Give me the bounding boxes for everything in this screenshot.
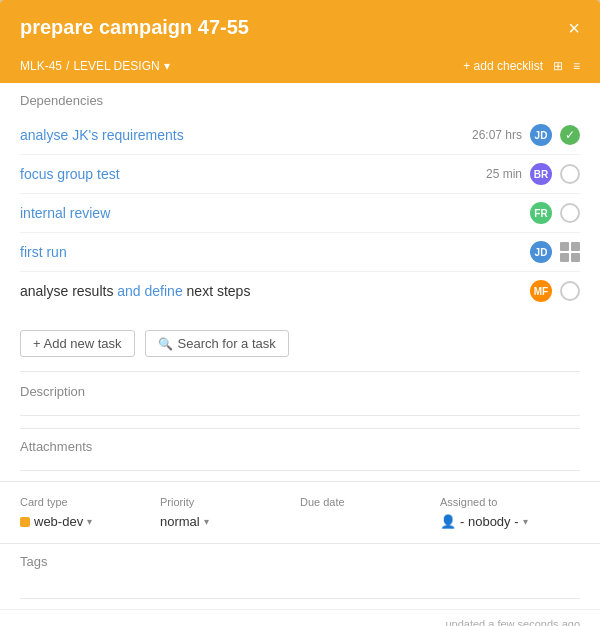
modal-title: prepare campaign 47-55 <box>20 16 249 39</box>
grid-icon-button[interactable]: ⊞ <box>553 59 563 73</box>
dependency-row: first run JD <box>20 233 580 272</box>
dep-time-2: 25 min <box>486 167 522 181</box>
due-date-col: Due date <box>300 496 440 529</box>
action-buttons: + Add new task 🔍 Search for a task <box>0 320 600 371</box>
dependency-row: analyse JK's requirements 26:07 hrs JD ✓ <box>20 116 580 155</box>
add-new-task-button[interactable]: + Add new task <box>20 330 135 357</box>
status-circle-3[interactable] <box>560 203 580 223</box>
card-type-chevron: ▾ <box>87 516 92 527</box>
description-label: Description <box>20 384 580 399</box>
dependency-row: internal review FR <box>20 194 580 233</box>
card-type-value: web-dev <box>34 514 83 529</box>
dep-name-5: analyse results and define next steps <box>20 283 250 299</box>
dep-link-4[interactable]: first run <box>20 244 67 260</box>
avatar-br-1: BR <box>530 163 552 185</box>
modal-body: Dependencies analyse JK's requirements 2… <box>0 83 600 626</box>
priority-col: Priority normal ▾ <box>160 496 300 529</box>
dependencies-label: Dependencies <box>20 93 580 108</box>
assigned-to-chevron: ▾ <box>523 516 528 527</box>
search-button-label: Search for a task <box>178 336 276 351</box>
dep-link-5[interactable]: and define <box>117 283 182 299</box>
meta-row: Card type web-dev ▾ Priority normal ▾ Du… <box>0 482 600 543</box>
priority-label: Priority <box>160 496 300 508</box>
priority-value: normal <box>160 514 200 529</box>
status-squares-icon[interactable] <box>560 242 580 262</box>
breadcrumb-project[interactable]: MLK-45 <box>20 59 62 73</box>
search-icon: 🔍 <box>158 337 173 351</box>
dependencies-section: Dependencies analyse JK's requirements 2… <box>0 83 600 320</box>
card-type-select[interactable]: web-dev ▾ <box>20 514 160 529</box>
footer: updated a few seconds ago <box>0 609 600 626</box>
tags-input[interactable] <box>20 575 580 599</box>
priority-select[interactable]: normal ▾ <box>160 514 300 529</box>
tags-label: Tags <box>20 554 580 569</box>
modal-header: prepare campaign 47-55 × <box>0 0 600 55</box>
priority-chevron: ▾ <box>204 516 209 527</box>
header-actions: + add checklist ⊞ ≡ <box>463 59 580 73</box>
breadcrumb: MLK-45 / LEVEL DESIGN ▾ <box>20 59 170 73</box>
dep-right-3: FR <box>522 202 580 224</box>
avatar-fr-1: FR <box>530 202 552 224</box>
close-button[interactable]: × <box>568 18 580 38</box>
dep-right-2: 25 min BR <box>486 163 580 185</box>
dep-right-1: 26:07 hrs JD ✓ <box>472 124 580 146</box>
person-icon: 👤 <box>440 514 456 529</box>
assigned-to-value: - nobody - <box>460 514 519 529</box>
assigned-to-label: Assigned to <box>440 496 580 508</box>
add-checklist-button[interactable]: + add checklist <box>463 59 543 73</box>
assigned-to-col: Assigned to 👤 - nobody - ▾ <box>440 496 580 529</box>
dependency-row: analyse results and define next steps MF <box>20 272 580 310</box>
status-circle-2[interactable] <box>560 164 580 184</box>
breadcrumb-section[interactable]: LEVEL DESIGN <box>73 59 159 73</box>
dep-link-1[interactable]: analyse JK's requirements <box>20 127 184 143</box>
dep-name-4: first run <box>20 244 67 260</box>
status-circle-5[interactable] <box>560 281 580 301</box>
tags-section: Tags <box>0 543 600 609</box>
footer-text: updated a few seconds ago <box>445 618 580 626</box>
search-for-task-button[interactable]: 🔍 Search for a task <box>145 330 289 357</box>
dependency-row: focus group test 25 min BR <box>20 155 580 194</box>
card-type-dot <box>20 517 30 527</box>
avatar-mf-1: MF <box>530 280 552 302</box>
card-type-col: Card type web-dev ▾ <box>20 496 160 529</box>
due-date-label: Due date <box>300 496 440 508</box>
dep-link-3[interactable]: internal review <box>20 205 110 221</box>
dep-right-4: JD <box>522 241 580 263</box>
card-type-label: Card type <box>20 496 160 508</box>
attachments-label: Attachments <box>20 439 580 454</box>
task-modal: prepare campaign 47-55 × MLK-45 / LEVEL … <box>0 0 600 626</box>
menu-icon-button[interactable]: ≡ <box>573 59 580 73</box>
attachments-content <box>20 462 580 471</box>
avatar-jd-2: JD <box>530 241 552 263</box>
dep-right-5: MF <box>522 280 580 302</box>
avatar-jd-1: JD <box>530 124 552 146</box>
attachments-section: Attachments <box>0 429 600 481</box>
dep-name-1: analyse JK's requirements <box>20 127 184 143</box>
breadcrumb-separator: / <box>66 59 69 73</box>
dep-name-3: internal review <box>20 205 110 221</box>
description-section: Description <box>0 372 600 428</box>
dep-name-2: focus group test <box>20 166 120 182</box>
chevron-down-icon: ▾ <box>164 59 170 73</box>
description-content <box>20 407 580 416</box>
status-done-icon[interactable]: ✓ <box>560 125 580 145</box>
dep-time-1: 26:07 hrs <box>472 128 522 142</box>
dep-link-2[interactable]: focus group test <box>20 166 120 182</box>
assigned-to-select[interactable]: 👤 - nobody - ▾ <box>440 514 580 529</box>
modal-subheader: MLK-45 / LEVEL DESIGN ▾ + add checklist … <box>0 55 600 83</box>
